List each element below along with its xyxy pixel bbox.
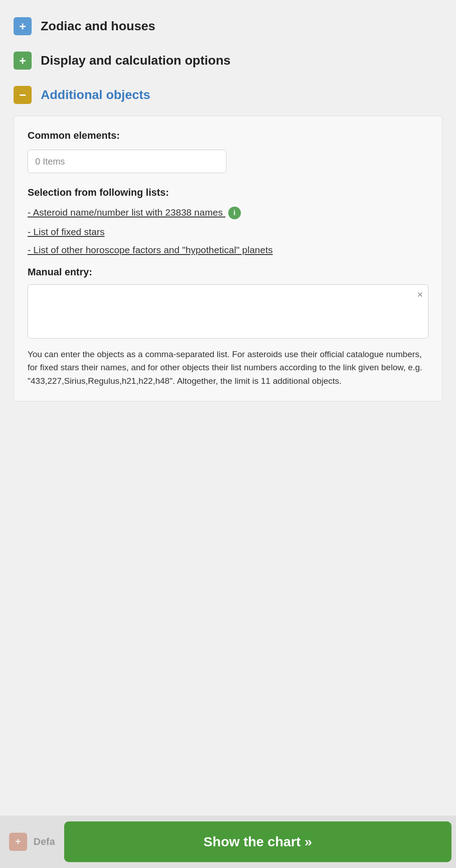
- horoscope-factors-link[interactable]: - List of other horoscope factors and "h…: [28, 245, 428, 255]
- fixed-stars-link[interactable]: - List of fixed stars: [28, 226, 428, 237]
- asteroid-info-icon[interactable]: i: [228, 207, 241, 219]
- display-calc-title: Display and calculation options: [41, 53, 230, 68]
- default-label-area: + Defa: [0, 833, 64, 851]
- additional-objects-title: Additional objects: [41, 88, 150, 102]
- additional-objects-panel: Common elements: 0 Items Selection from …: [14, 116, 442, 401]
- main-content: + Zodiac and houses + Display and calcul…: [0, 0, 456, 483]
- display-calc-toggle-icon: +: [14, 52, 32, 70]
- additional-objects-toggle-icon: −: [14, 86, 32, 104]
- additional-objects-section[interactable]: − Additional objects: [9, 78, 447, 112]
- common-elements-dropdown[interactable]: 0 Items: [28, 150, 226, 173]
- zodiac-houses-toggle-icon: +: [14, 17, 32, 35]
- manual-entry-wrapper: ×: [28, 284, 428, 340]
- zodiac-houses-title: Zodiac and houses: [41, 19, 155, 33]
- help-text: You can enter the objects as a comma-sep…: [28, 348, 428, 387]
- common-elements-label: Common elements:: [28, 130, 428, 142]
- manual-entry-textarea[interactable]: [28, 284, 428, 339]
- asteroid-list-link[interactable]: - Asteroid name/number list with 23838 n…: [28, 207, 428, 219]
- show-chart-button[interactable]: Show the chart »: [64, 821, 451, 862]
- manual-entry-label: Manual entry:: [28, 266, 428, 278]
- bottom-bar: + Defa Show the chart »: [0, 816, 456, 868]
- default-text: Defa: [33, 836, 55, 848]
- zodiac-houses-section[interactable]: + Zodiac and houses: [9, 9, 447, 43]
- default-icon: +: [9, 833, 27, 851]
- clear-textarea-button[interactable]: ×: [417, 289, 423, 301]
- display-calc-section[interactable]: + Display and calculation options: [9, 43, 447, 78]
- selection-from-lists-label: Selection from following lists:: [28, 187, 428, 198]
